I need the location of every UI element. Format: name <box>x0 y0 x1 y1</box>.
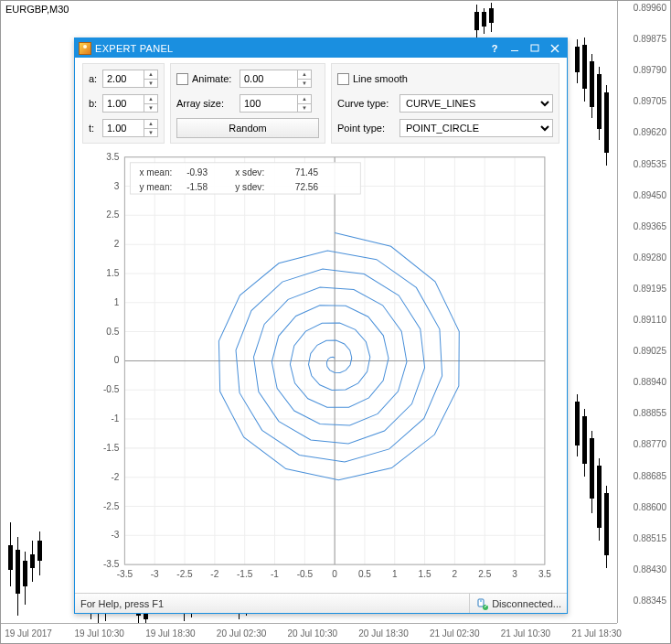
connection-text: Disconnected... <box>492 598 561 609</box>
candle <box>577 394 578 456</box>
t-value[interactable]: 1.00 <box>103 120 144 136</box>
animate-value[interactable]: 0.00 <box>240 70 297 87</box>
panel-title: EXPERT PANEL <box>95 43 485 54</box>
svg-text:-0.93: -0.93 <box>186 167 208 177</box>
minimize-button[interactable] <box>505 39 525 57</box>
t-down-icon[interactable]: ▼ <box>144 129 157 137</box>
svg-text:-0.5: -0.5 <box>103 384 120 394</box>
time-tick: 20 Jul 02:30 <box>217 628 267 639</box>
price-tick: 0.89450 <box>634 190 666 200</box>
candle <box>584 38 585 102</box>
svg-text:2.5: 2.5 <box>478 569 491 579</box>
svg-text:-3: -3 <box>151 569 159 579</box>
a-value[interactable]: 2.00 <box>103 70 144 87</box>
param-group-a: a: 2.00 ▲▼ b: 1.00 ▲▼ t: 1.00 ▲▼ <box>82 63 165 144</box>
time-scale: 19 Jul 201719 Jul 10:3019 Jul 18:3020 Ju… <box>1 623 617 643</box>
param-group-b: Animate: 0.00 ▲▼ Array size: 100 ▲▼ Rand… <box>170 63 325 144</box>
svg-rect-75 <box>480 600 482 602</box>
price-tick: 0.89110 <box>634 315 666 325</box>
candle <box>10 522 11 586</box>
animate-checkbox[interactable] <box>176 73 188 85</box>
animate-label: Animate: <box>192 73 236 84</box>
chart-area: -3.5-3.5-3-3-2.5-2.5-2-2-1.5-1.5-1-1-0.5… <box>75 147 567 593</box>
curve-type-label: Curve type: <box>337 98 396 109</box>
animate-spinner[interactable]: 0.00 ▲▼ <box>240 70 312 88</box>
line-smooth-checkbox[interactable] <box>337 73 349 85</box>
svg-text:-3.5: -3.5 <box>103 559 120 569</box>
svg-text:-1.5: -1.5 <box>103 443 120 453</box>
b-label: b: <box>89 98 99 109</box>
svg-text:0.5: 0.5 <box>358 569 371 579</box>
svg-text:x sdev:: x sdev: <box>235 167 264 177</box>
candle <box>484 8 485 34</box>
array-size-value[interactable]: 100 <box>240 95 297 112</box>
svg-text:x mean:: x mean: <box>140 167 173 177</box>
line-smooth-label: Line smooth <box>353 73 408 84</box>
random-button[interactable]: Random <box>176 118 319 138</box>
t-up-icon[interactable]: ▲ <box>144 120 157 129</box>
animate-down-icon[interactable]: ▼ <box>298 80 311 88</box>
candle <box>25 552 26 605</box>
svg-rect-1 <box>531 45 538 51</box>
time-tick: 19 Jul 2017 <box>5 628 52 639</box>
point-type-select[interactable]: POINT_CIRCLE <box>399 119 553 137</box>
array-up-icon[interactable]: ▲ <box>298 95 311 104</box>
array-down-icon[interactable]: ▼ <box>298 104 311 113</box>
candle <box>606 486 607 568</box>
price-tick: 0.89620 <box>634 127 666 137</box>
svg-text:0: 0 <box>114 355 120 365</box>
array-size-spinner[interactable]: 100 ▲▼ <box>240 94 312 113</box>
price-tick: 0.89280 <box>634 252 666 263</box>
b-value[interactable]: 1.00 <box>103 95 144 112</box>
svg-text:1: 1 <box>392 569 398 579</box>
b-up-icon[interactable]: ▲ <box>144 95 157 104</box>
candle <box>491 3 492 32</box>
price-scale: 0.899600.898750.897900.897050.896200.895… <box>617 1 670 623</box>
a-spinner[interactable]: 2.00 ▲▼ <box>102 70 158 88</box>
svg-text:3: 3 <box>512 569 517 579</box>
svg-text:y mean:: y mean: <box>140 182 173 192</box>
panel-icon <box>79 42 91 55</box>
price-tick: 0.89025 <box>634 346 666 356</box>
status-help-text: For Help, press F1 <box>80 598 463 609</box>
a-up-icon[interactable]: ▲ <box>144 70 157 80</box>
svg-text:-1.5: -1.5 <box>237 569 253 579</box>
price-tick: 0.88430 <box>634 564 666 574</box>
titlebar[interactable]: EXPERT PANEL ? <box>75 38 567 58</box>
maximize-button[interactable] <box>525 39 545 57</box>
controls-area: a: 2.00 ▲▼ b: 1.00 ▲▼ t: 1.00 ▲▼ <box>75 58 567 147</box>
svg-text:3.5: 3.5 <box>538 569 551 579</box>
t-label: t: <box>89 123 99 134</box>
status-connection[interactable]: Disconnected... <box>475 597 561 610</box>
candle <box>577 39 578 83</box>
svg-text:y sdev:: y sdev: <box>235 182 264 192</box>
connection-icon <box>475 597 488 610</box>
a-down-icon[interactable]: ▼ <box>144 80 157 88</box>
svg-text:-3.5: -3.5 <box>117 569 133 579</box>
candle <box>606 85 607 166</box>
price-tick: 0.89960 <box>634 3 666 13</box>
t-spinner[interactable]: 1.00 ▲▼ <box>102 119 158 137</box>
price-tick: 0.88345 <box>634 596 666 606</box>
svg-text:3: 3 <box>114 181 120 191</box>
b-spinner[interactable]: 1.00 ▲▼ <box>102 94 158 113</box>
curve-type-select[interactable]: CURVE_LINES <box>399 94 553 113</box>
svg-text:71.45: 71.45 <box>295 167 319 177</box>
svg-text:-1: -1 <box>111 413 119 424</box>
b-down-icon[interactable]: ▼ <box>144 104 157 113</box>
animate-up-icon[interactable]: ▲ <box>298 70 311 80</box>
price-tick: 0.88685 <box>634 471 666 481</box>
price-tick: 0.89790 <box>634 65 666 75</box>
param-group-c: Line smooth Curve type: CURVE_LINES Poin… <box>331 63 559 144</box>
svg-text:3.5: 3.5 <box>106 152 119 162</box>
svg-text:0: 0 <box>332 569 337 579</box>
svg-point-76 <box>483 605 488 610</box>
svg-text:-3: -3 <box>111 530 119 540</box>
candle <box>599 67 600 140</box>
svg-text:-2.5: -2.5 <box>176 569 193 579</box>
svg-text:2: 2 <box>453 569 458 579</box>
expert-panel-window: EXPERT PANEL ? a: 2.00 ▲▼ <box>74 38 568 614</box>
help-button[interactable]: ? <box>485 39 505 57</box>
time-tick: 20 Jul 10:30 <box>288 628 338 639</box>
close-button[interactable] <box>545 39 565 57</box>
